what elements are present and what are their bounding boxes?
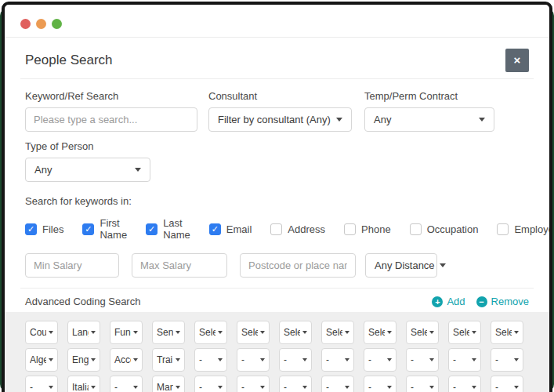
window-close-icon[interactable] <box>20 19 31 29</box>
coding-select-r2-c5[interactable]: - <box>194 348 227 372</box>
close-button[interactable]: × <box>505 49 529 72</box>
coding-select-value: - <box>284 382 287 392</box>
postcode-input[interactable] <box>240 253 356 278</box>
keyword-checkbox-address[interactable]: Address <box>270 223 325 235</box>
checkbox-checked-icon[interactable]: ✓ <box>146 223 158 235</box>
coding-select-r3-c5[interactable]: - <box>194 376 227 392</box>
coding-select-r1-c3[interactable]: Func <box>110 321 143 344</box>
checkbox-checked-icon[interactable]: ✓ <box>82 223 94 235</box>
coding-select-r2-c9[interactable]: - <box>364 348 396 372</box>
chevron-down-icon <box>133 386 138 389</box>
checkbox-label: First Name <box>100 217 127 241</box>
keyword-checkbox-email[interactable]: ✓Email <box>209 223 252 235</box>
chevron-down-icon <box>345 331 349 334</box>
chevron-down-icon <box>260 331 265 334</box>
coding-select-r1-c1[interactable]: Cour <box>25 321 58 344</box>
chevron-down-icon <box>218 358 223 361</box>
checkbox-unchecked-icon[interactable] <box>270 223 282 235</box>
coding-select-value: Sele <box>241 327 258 338</box>
keyword-checkbox-row: ✓Files✓First Name✓Last Name✓EmailAddress… <box>20 217 534 241</box>
keyword-checkbox-last-name[interactable]: ✓Last Name <box>146 217 190 241</box>
chevron-down-icon <box>472 331 476 334</box>
chevron-down-icon <box>133 358 138 361</box>
coding-select-r3-c11[interactable]: - <box>448 376 481 392</box>
coding-select-r2-c12[interactable]: - <box>491 348 523 372</box>
keyword-checkbox-first-name[interactable]: ✓First Name <box>82 217 127 241</box>
remove-coding-button[interactable]: − Remove <box>476 296 529 307</box>
add-coding-label: Add <box>447 296 465 307</box>
coding-select-r1-c7[interactable]: Sele <box>279 321 312 344</box>
coding-select-r2-c11[interactable]: - <box>448 348 481 372</box>
coding-select-r1-c9[interactable]: Sele <box>364 321 396 344</box>
checkbox-label: Last Name <box>163 217 190 241</box>
coding-select-r1-c5[interactable]: Sele <box>194 321 227 344</box>
distance-select[interactable]: Any Distance <box>365 253 437 278</box>
coding-select-r2-c1[interactable]: Alge <box>25 348 58 372</box>
coding-select-r3-c4[interactable]: Man <box>152 376 185 392</box>
coding-select-r1-c6[interactable]: Sele <box>237 321 270 344</box>
max-salary-input[interactable] <box>132 253 227 278</box>
plus-circle-icon: + <box>432 296 443 307</box>
advanced-coding-actions: + Add − Remove <box>432 296 529 307</box>
contract-label: Temp/Perm Contract <box>364 90 494 102</box>
add-coding-button[interactable]: + Add <box>432 296 465 307</box>
type-of-person-select[interactable]: Any <box>25 158 150 182</box>
coding-select-r2-c2[interactable]: Engl <box>67 348 100 372</box>
coding-select-r3-c8[interactable]: - <box>321 376 354 392</box>
coding-select-value: - <box>199 354 202 365</box>
coding-select-r1-c11[interactable]: Sele <box>448 321 481 344</box>
chevron-down-icon <box>387 358 392 361</box>
checkbox-checked-icon[interactable]: ✓ <box>209 223 221 235</box>
header-divider <box>20 78 534 79</box>
coding-select-r3-c9[interactable]: - <box>364 376 396 392</box>
chevron-down-icon <box>514 331 519 334</box>
min-salary-input[interactable] <box>25 253 119 278</box>
coding-select-r3-c1[interactable]: - <box>25 376 58 392</box>
consultant-select[interactable]: Filter by consultant (Any) <box>208 107 352 132</box>
keyword-checkbox-phone[interactable]: Phone <box>344 223 391 235</box>
coding-select-value: - <box>241 382 244 392</box>
checkbox-unchecked-icon[interactable] <box>410 223 422 235</box>
coding-select-value: - <box>326 382 329 392</box>
window-maximize-icon[interactable] <box>52 19 62 29</box>
coding-select-r1-c4[interactable]: Seni <box>152 321 185 344</box>
coding-select-r3-c2[interactable]: Italia <box>67 376 100 392</box>
coding-select-r1-c10[interactable]: Sele <box>406 321 439 344</box>
search-filters-row: Keyword/Ref Search Consultant Filter by … <box>20 90 534 132</box>
chevron-down-icon <box>429 331 434 334</box>
keyword-search-input[interactable] <box>25 107 197 132</box>
coding-select-r3-c12[interactable]: - <box>491 376 523 392</box>
checkbox-label: Address <box>288 223 325 235</box>
coding-select-value: Italia <box>72 382 89 392</box>
coding-select-r2-c3[interactable]: Acco <box>110 348 143 372</box>
checkbox-unchecked-icon[interactable] <box>497 223 509 235</box>
coding-select-r2-c7[interactable]: - <box>279 348 312 372</box>
modal-header: People Search × <box>20 49 534 72</box>
coding-select-r1-c8[interactable]: Sele <box>321 321 354 344</box>
coding-select-r3-c3[interactable]: - <box>110 376 143 392</box>
minus-circle-icon: − <box>476 296 487 307</box>
coding-select-r3-c7[interactable]: - <box>279 376 312 392</box>
coding-select-r1-c12[interactable]: Sele <box>491 321 523 344</box>
chevron-down-icon <box>336 118 342 122</box>
checkbox-checked-icon[interactable]: ✓ <box>25 223 37 235</box>
keyword-checkbox-files[interactable]: ✓Files <box>25 223 63 235</box>
coding-select-r1-c2[interactable]: Lang <box>67 321 100 344</box>
chevron-down-icon <box>218 331 223 334</box>
coding-select-r2-c4[interactable]: Trai <box>152 348 185 372</box>
coding-select-r2-c10[interactable]: - <box>406 348 439 372</box>
coding-select-value: Sele <box>326 327 342 338</box>
contract-select[interactable]: Any <box>364 107 494 132</box>
coding-select-value: - <box>411 354 414 365</box>
coding-select-r2-c6[interactable]: - <box>237 348 270 372</box>
keyword-checkbox-employer[interactable]: Employer <box>497 223 552 235</box>
check-icon: ✓ <box>27 225 34 234</box>
chevron-down-icon <box>479 118 485 122</box>
chevron-down-icon <box>135 168 141 172</box>
coding-select-r2-c8[interactable]: - <box>321 348 354 372</box>
window-minimize-icon[interactable] <box>36 19 46 29</box>
keyword-checkbox-occupation[interactable]: Occupation <box>410 223 479 235</box>
coding-select-r3-c10[interactable]: - <box>406 376 439 392</box>
checkbox-unchecked-icon[interactable] <box>344 223 356 235</box>
coding-select-r3-c6[interactable]: - <box>237 376 270 392</box>
